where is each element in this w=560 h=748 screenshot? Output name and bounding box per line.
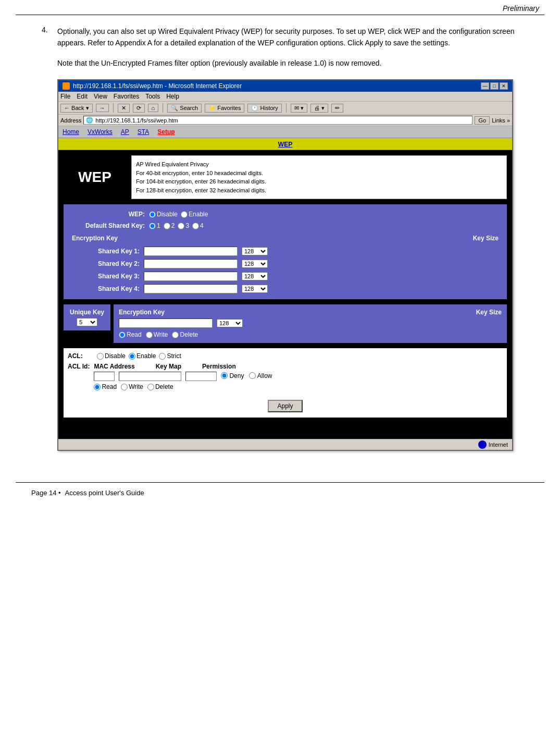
- wep-nav: Home VxWorks AP STA Setup: [58, 126, 512, 138]
- shared-key-3-size[interactable]: 1286440: [242, 272, 268, 280]
- unique-key-num-select[interactable]: 51234: [77, 318, 97, 326]
- acl-keymap-input[interactable]: [185, 372, 217, 381]
- acl-disable-radio[interactable]: [97, 353, 104, 360]
- internet-icon: [478, 440, 487, 449]
- menu-view[interactable]: View: [94, 93, 107, 100]
- acl-rwd-row: Read Write Delete: [94, 383, 503, 390]
- nav-vxworks[interactable]: VxWorks: [88, 128, 113, 136]
- shared-key-2-row: Shared Key 2: 1286440: [68, 257, 503, 270]
- shared-key-1-input[interactable]: [144, 247, 238, 256]
- unique-key-label: Unique Key: [70, 309, 104, 316]
- acl-mac-input[interactable]: [119, 372, 181, 381]
- go-button[interactable]: Go: [475, 116, 490, 125]
- unique-read-radio[interactable]: [119, 332, 126, 338]
- maximize-button[interactable]: □: [490, 82, 499, 90]
- acl-delete-radio[interactable]: [147, 384, 154, 390]
- key-size-header-label: Key Size: [473, 235, 499, 242]
- wep-info-box: AP Wired Equivalent Privacy For 40-bit e…: [131, 155, 507, 199]
- acl-id-section: ACL Id: MAC Address Key Map Permission: [68, 363, 503, 390]
- unique-key-enc-input[interactable]: [119, 318, 213, 328]
- edit-button[interactable]: ✏: [331, 104, 343, 113]
- back-button[interactable]: ← Back ▾: [60, 104, 93, 113]
- footer-page: Page 14 •: [31, 489, 61, 497]
- wep-disable-radio[interactable]: [149, 211, 156, 218]
- menu-favorites[interactable]: Favorites: [114, 93, 139, 100]
- menu-file[interactable]: File: [60, 93, 70, 100]
- key1-radio[interactable]: [149, 223, 156, 229]
- shared-key-4-input[interactable]: [144, 284, 238, 293]
- links-button[interactable]: Links »: [492, 117, 510, 124]
- note-text: Note that the Un-Encrypted Frames filter…: [57, 57, 529, 69]
- apply-button[interactable]: Apply: [268, 400, 302, 412]
- menu-tools[interactable]: Tools: [145, 93, 160, 100]
- minimize-button[interactable]: —: [481, 82, 489, 90]
- mail-button[interactable]: ✉ ▾: [291, 104, 307, 113]
- forward-button[interactable]: →: [96, 104, 109, 112]
- acl-read-option: Read: [94, 383, 117, 390]
- acl-strict-option: Strict: [159, 352, 181, 360]
- acl-strict-radio[interactable]: [159, 353, 166, 360]
- stop-button[interactable]: ✕: [118, 104, 130, 113]
- wep-content-area: WEP AP Wired Equivalent Privacy For 40-b…: [58, 150, 512, 204]
- close-button[interactable]: ✕: [500, 82, 508, 90]
- key3-radio[interactable]: [178, 223, 184, 229]
- acl-deny-radio[interactable]: [221, 372, 228, 379]
- nav-ap[interactable]: AP: [121, 128, 129, 136]
- wep-info-line1: For 40-bit encryption, enter 10 hexadeci…: [136, 169, 502, 178]
- default-shared-key-radio-group: 1 2 3 4: [149, 222, 204, 229]
- status-internet: Internet: [478, 440, 508, 449]
- nav-sta[interactable]: STA: [138, 128, 149, 136]
- print-button[interactable]: 🖨 ▾: [310, 104, 328, 113]
- wep-logo-text: WEP: [78, 169, 111, 186]
- acl-write-option: Write: [121, 383, 143, 390]
- unique-write-radio[interactable]: [146, 332, 153, 338]
- wep-enable-radio[interactable]: [181, 211, 188, 218]
- acl-id-num-input[interactable]: [94, 372, 115, 381]
- browser-addressbar: Address 🌐 http://192.168.1.1/fs/ssi/wep.…: [58, 115, 512, 126]
- unique-key-rwd-row: Read Write Delete: [117, 329, 504, 340]
- shared-key-3-input[interactable]: [144, 272, 238, 281]
- wep-enable-option: Enable: [181, 211, 208, 218]
- key2-radio[interactable]: [164, 223, 170, 229]
- refresh-button[interactable]: ⟳: [133, 104, 145, 113]
- shared-key-4-size[interactable]: 1286440: [242, 285, 268, 293]
- history-button[interactable]: 🕐 History: [247, 104, 281, 113]
- nav-home[interactable]: Home: [63, 128, 79, 136]
- browser-window-controls[interactable]: — □ ✕: [481, 82, 508, 90]
- acl-enable-label: Enable: [136, 352, 156, 360]
- search-button[interactable]: 🔍 Search: [167, 104, 202, 113]
- acl-disable-option: Disable: [97, 352, 126, 360]
- nav-wep-tab[interactable]: WEP: [278, 141, 292, 148]
- acl-allow-radio[interactable]: [249, 372, 256, 379]
- unique-delete-radio[interactable]: [172, 332, 179, 338]
- permission-header: Permission: [202, 363, 236, 370]
- enc-key-header: Encryption Key Key Size: [68, 231, 503, 245]
- favorites-button[interactable]: ⭐ Favorites: [205, 104, 244, 113]
- wep-info-line2: For 104-bit encryption, enter 26 hexadec…: [136, 177, 502, 186]
- address-field[interactable]: 🌐 http://192.168.1.1/fs/ssi/wep.htm: [83, 116, 472, 125]
- unique-key-size-select[interactable]: 1286440: [217, 319, 243, 327]
- unique-key-form: Encryption Key Key Size 1286440: [114, 304, 507, 343]
- shared-key-2-size[interactable]: 1286440: [242, 260, 268, 268]
- acl-deny-label: Deny: [229, 372, 244, 379]
- acl-deny-option: Deny: [221, 372, 244, 379]
- default-shared-key-label: Default Shared Key:: [72, 222, 145, 229]
- unique-enc-key-header: Encryption Key: [119, 309, 165, 316]
- item-number: 4.: [42, 26, 52, 49]
- nav-setup[interactable]: Setup: [157, 128, 175, 136]
- acl-read-radio[interactable]: [94, 384, 101, 390]
- acl-id-input-row: Deny Allow: [94, 372, 503, 381]
- browser-titlebar: http://192.168.1.1/fs/ssi/wep.htm - Micr…: [58, 80, 512, 92]
- shared-key-1-size[interactable]: 1286440: [242, 247, 268, 255]
- acl-write-radio[interactable]: [121, 384, 128, 390]
- menu-help[interactable]: Help: [166, 93, 179, 100]
- acl-label: ACL:: [68, 352, 94, 360]
- key4-radio[interactable]: [192, 223, 199, 229]
- acl-perm-section: Deny Allow: [221, 372, 272, 381]
- acl-enable-radio[interactable]: [129, 353, 135, 360]
- footer-title: Access point User's Guide: [65, 489, 144, 497]
- shared-key-2-input[interactable]: [144, 259, 238, 268]
- menu-edit[interactable]: Edit: [77, 93, 88, 100]
- home-button[interactable]: ⌂: [148, 104, 159, 112]
- wep-radio-group: Disable Enable: [149, 211, 208, 218]
